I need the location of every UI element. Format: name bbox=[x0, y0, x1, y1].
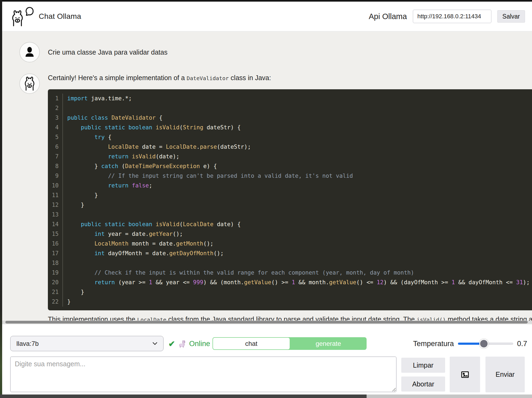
user-avatar bbox=[19, 42, 40, 62]
line-number: 19 bbox=[48, 268, 63, 278]
window-left-edge bbox=[0, 0, 2, 398]
line-number: 15 bbox=[48, 229, 63, 239]
assistant-intro-text: Certainly! Here's a simple implementatio… bbox=[48, 73, 532, 83]
line-number: 8 bbox=[48, 161, 63, 171]
code-line: 19 // Check if the input is within the v… bbox=[48, 268, 532, 278]
llama-avatar-icon bbox=[22, 76, 37, 92]
line-number: 14 bbox=[48, 219, 63, 229]
line-number: 18 bbox=[48, 258, 63, 268]
code-line: 1import java.time.*; bbox=[48, 94, 532, 103]
code-line: 15 int year = date.getYear(); bbox=[48, 229, 532, 239]
chat-bubble-icon bbox=[24, 6, 35, 17]
code-text bbox=[63, 258, 71, 268]
page-horizontal-scrollbar-thumb[interactable] bbox=[0, 395, 367, 398]
code-text: LocalDate date = LocalDate.parse(dateStr… bbox=[63, 142, 251, 152]
line-number: 22 bbox=[48, 297, 63, 307]
llama-logo-icon bbox=[9, 9, 26, 27]
message-input-wrapper bbox=[10, 357, 396, 392]
mode-chat-button[interactable]: chat bbox=[213, 338, 290, 349]
inline-code: DateValidator bbox=[187, 75, 229, 81]
user-message-row: Crie uma classe Java para validar datas bbox=[19, 42, 168, 62]
api-url-label: Api Ollama bbox=[369, 12, 407, 21]
code-text: } bbox=[63, 200, 84, 210]
temperature-slider-thumb[interactable] bbox=[479, 339, 488, 348]
line-number: 13 bbox=[48, 210, 63, 219]
status-label: Online bbox=[189, 340, 210, 348]
code-line: 10 return false; bbox=[48, 181, 532, 190]
text-segment: class in Java: bbox=[229, 74, 271, 81]
line-number: 3 bbox=[48, 113, 63, 123]
code-line: 13 bbox=[48, 210, 532, 219]
model-select[interactable]: llava:7b bbox=[10, 336, 164, 351]
user-message-text: Crie uma classe Java para validar datas bbox=[48, 48, 168, 56]
code-line: 14 public static boolean isValid(LocalDa… bbox=[48, 219, 532, 229]
code-line: 20 return (year >= 1 && year <= 999) && … bbox=[48, 278, 532, 287]
code-text: int year = date.getYear(); bbox=[63, 229, 183, 239]
line-number: 12 bbox=[48, 200, 63, 210]
app-header: Chat Ollama Api Ollama Salvar bbox=[2, 2, 532, 31]
clear-button[interactable]: Limpar bbox=[401, 358, 445, 373]
line-number: 9 bbox=[48, 171, 63, 181]
chevron-down-icon bbox=[152, 342, 157, 345]
send-button[interactable]: Enviar bbox=[485, 357, 525, 392]
assistant-message-body: Certainly! Here's a simple implementatio… bbox=[48, 73, 532, 324]
code-text bbox=[63, 103, 71, 113]
api-url-input[interactable] bbox=[413, 10, 491, 23]
line-number: 4 bbox=[48, 123, 63, 132]
code-line: 11 } bbox=[48, 190, 532, 200]
line-number: 11 bbox=[48, 190, 63, 200]
code-text: public static boolean isValid(LocalDate … bbox=[63, 219, 241, 229]
chat-horizontal-scrollbar-thumb[interactable] bbox=[5, 321, 528, 324]
code-line: 7 return isValid(date); bbox=[48, 152, 532, 161]
attach-image-button[interactable] bbox=[450, 357, 480, 392]
code-lines: 1import java.time.*;2 3public class Date… bbox=[48, 94, 532, 307]
check-icon: ✔ bbox=[168, 339, 175, 349]
code-text bbox=[63, 210, 71, 219]
temperature-slider[interactable] bbox=[458, 343, 513, 345]
code-block: 1import java.time.*;2 3public class Date… bbox=[48, 89, 532, 310]
code-line: 3public class DateValidator { bbox=[48, 113, 532, 123]
message-input[interactable] bbox=[10, 357, 396, 392]
save-button[interactable]: Salvar bbox=[497, 10, 525, 23]
code-line: 4 public static boolean isValid(String d… bbox=[48, 123, 532, 132]
code-text: return isValid(date); bbox=[63, 152, 179, 161]
code-text: // Check if the input is within the vali… bbox=[63, 268, 414, 278]
line-number: 21 bbox=[48, 287, 63, 297]
mode-toggle: chat generate bbox=[212, 337, 367, 350]
line-number: 5 bbox=[48, 132, 63, 142]
code-text: public class DateValidator { bbox=[63, 113, 162, 123]
code-text: } catch (DateTimeParseException e) { bbox=[63, 161, 217, 171]
code-text: return false; bbox=[63, 181, 152, 190]
line-number: 2 bbox=[48, 103, 63, 113]
temperature-control: Temperatura 0.7 bbox=[413, 338, 527, 350]
line-number: 16 bbox=[48, 239, 63, 248]
chat-scroll-area[interactable]: Crie uma classe Java para validar datas … bbox=[2, 32, 532, 324]
code-line: 5 try { bbox=[48, 132, 532, 142]
line-number: 17 bbox=[48, 248, 63, 258]
app-title: Chat Ollama bbox=[39, 12, 81, 21]
chat-horizontal-scrollbar[interactable] bbox=[2, 321, 532, 324]
code-text: public static boolean isValid(String dat… bbox=[63, 123, 241, 132]
line-number: 6 bbox=[48, 142, 63, 152]
line-number: 20 bbox=[48, 278, 63, 287]
line-number: 1 bbox=[48, 94, 63, 103]
code-text: } bbox=[63, 190, 98, 200]
code-line: 18 bbox=[48, 258, 532, 268]
code-line: 21 } bbox=[48, 287, 532, 297]
abort-button[interactable]: Abortar bbox=[401, 376, 445, 392]
page-horizontal-scrollbar[interactable] bbox=[0, 395, 532, 398]
code-line: 8 } catch (DateTimeParseException e) { bbox=[48, 161, 532, 171]
connection-status: ✔ Online bbox=[168, 338, 210, 350]
code-line: 12 } bbox=[48, 200, 532, 210]
text-segment: Certainly! Here's a simple implementatio… bbox=[48, 74, 187, 81]
composer-panel: llava:7b ✔ Online chat generate Temperat… bbox=[2, 324, 532, 395]
temperature-label: Temperatura bbox=[413, 340, 454, 348]
app-logo bbox=[9, 6, 35, 27]
model-select-value: llava:7b bbox=[16, 340, 39, 347]
code-line: 22} bbox=[48, 297, 532, 307]
assistant-avatar bbox=[19, 73, 40, 94]
mode-generate-button[interactable]: generate bbox=[290, 337, 367, 350]
code-line: 16 LocalMonth month = date.getMonth(); bbox=[48, 239, 532, 248]
image-icon bbox=[460, 370, 470, 379]
code-text: // If the input string can't be parsed i… bbox=[63, 171, 353, 181]
